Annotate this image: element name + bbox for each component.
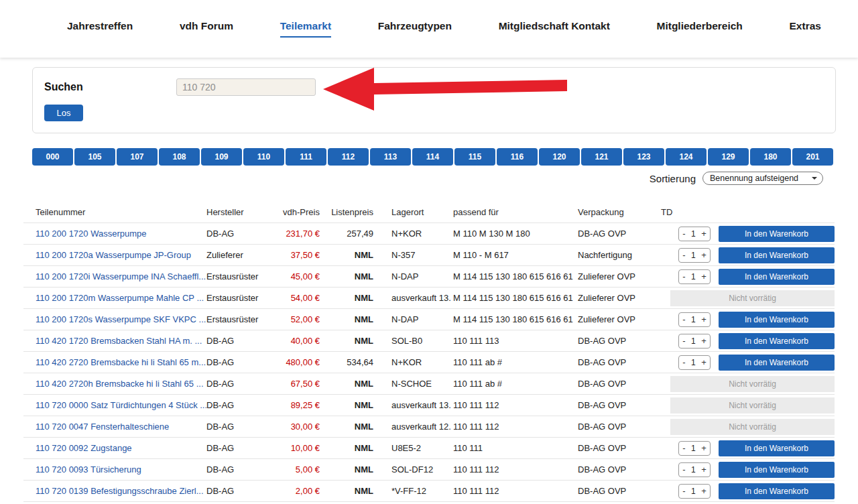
add-to-cart-button[interactable]: In den Warenkorb <box>719 333 835 349</box>
quantity-decrease-button[interactable]: - <box>681 357 686 367</box>
add-to-cart-button[interactable]: In den Warenkorb <box>719 226 835 242</box>
location-cell: ausverkauft 13. <box>373 293 453 303</box>
quantity-decrease-button[interactable]: - <box>681 464 686 475</box>
column-header-listenpreis: Listenpreis <box>320 207 373 217</box>
quantity-decrease-button[interactable]: - <box>681 250 686 260</box>
quantity-increase-button[interactable]: + <box>700 464 708 475</box>
part-number-link[interactable]: 110 200 1720 Wasserpumpe <box>23 229 206 239</box>
quantity-decrease-button[interactable]: - <box>681 229 686 239</box>
quantity-increase-button[interactable]: + <box>700 314 708 324</box>
part-number-link[interactable]: 110 200 1720m Wasserpumpe Mahle CP ... <box>23 293 206 303</box>
category-button-123[interactable]: 123 <box>623 148 664 166</box>
category-button-180[interactable]: 180 <box>750 148 791 166</box>
quantity-stepper[interactable]: - 1 + <box>678 312 711 327</box>
part-number-link[interactable]: 110 720 0047 Fensterhalteschiene <box>23 422 206 432</box>
search-input[interactable] <box>176 78 316 96</box>
quantity-stepper[interactable]: - 1 + <box>678 269 711 284</box>
sort-select[interactable]: Benennung aufsteigend <box>702 172 823 185</box>
add-to-cart-button[interactable]: In den Warenkorb <box>719 483 835 499</box>
part-number-link[interactable]: 110 420 2720h Bremsbacke hi li Stahl 65 … <box>23 379 206 389</box>
list-price-cell: NML <box>320 271 373 281</box>
nav-item-mitgliedschaft-kontakt[interactable]: Mitgliedschaft Kontakt <box>499 20 610 38</box>
table-row: 110 720 0000 Satz Türdichtungen 4 Stück … <box>23 395 835 416</box>
category-button-129[interactable]: 129 <box>708 148 749 166</box>
part-number-link[interactable]: 110 200 1720a Wasserpumpe JP-Group <box>23 250 206 260</box>
category-button-121[interactable]: 121 <box>581 148 622 166</box>
category-button-108[interactable]: 108 <box>159 148 200 166</box>
quantity-value[interactable]: 1 <box>691 487 696 496</box>
add-to-cart-button[interactable]: In den Warenkorb <box>719 312 835 328</box>
quantity-value[interactable]: 1 <box>691 229 696 239</box>
category-button-115[interactable]: 115 <box>454 148 495 166</box>
search-submit-button[interactable]: Los <box>44 105 83 121</box>
nav-item-teilemarkt[interactable]: Teilemarkt <box>280 20 331 38</box>
category-button-120[interactable]: 120 <box>539 148 580 166</box>
manufacturer-cell: Erstausrüster <box>206 314 275 324</box>
quantity-stepper[interactable]: - 1 + <box>678 227 711 241</box>
quantity-value[interactable]: 1 <box>691 315 696 324</box>
part-number-link[interactable]: 110 720 0093 Türsicherung <box>23 464 206 475</box>
category-button-109[interactable]: 109 <box>201 148 242 166</box>
part-number-link[interactable]: 110 420 1720 Bremsbacken Stahl HA m. ... <box>23 336 206 346</box>
quantity-increase-button[interactable]: + <box>700 229 708 239</box>
part-number-link[interactable]: 110 720 0000 Satz Türdichtungen 4 Stück … <box>23 400 206 410</box>
list-price-cell: NML <box>320 336 373 346</box>
vdh-price-cell: 52,00 € <box>275 314 320 324</box>
part-number-link[interactable]: 110 720 0092 Zugstange <box>23 443 206 453</box>
quantity-decrease-button[interactable]: - <box>681 443 686 453</box>
nav-item-fahrzeugtypen[interactable]: Fahrzeugtypen <box>378 20 452 38</box>
quantity-increase-button[interactable]: + <box>700 250 708 260</box>
quantity-increase-button[interactable]: + <box>700 486 708 496</box>
quantity-stepper[interactable]: - 1 + <box>678 248 711 263</box>
quantity-increase-button[interactable]: + <box>700 336 708 346</box>
category-button-110[interactable]: 110 <box>243 148 284 166</box>
category-button-116[interactable]: 116 <box>497 148 538 166</box>
table-row: 110 200 1720 Wasserpumpe DB-AG 231,70 € … <box>23 223 835 245</box>
part-number-link[interactable]: 110 200 1720s Wasserpumpe SKF VKPC ... <box>23 314 206 324</box>
quantity-increase-button[interactable]: + <box>700 357 708 367</box>
list-price-cell: NML <box>320 443 373 453</box>
part-number-link[interactable]: 110 420 2720 Bremsbacke hi li Stahl 65 m… <box>23 357 206 367</box>
add-to-cart-button[interactable]: In den Warenkorb <box>719 269 835 285</box>
category-button-111[interactable]: 111 <box>286 148 326 166</box>
quantity-stepper[interactable]: - 1 + <box>678 462 711 477</box>
quantity-value[interactable]: 1 <box>691 465 696 475</box>
category-button-000[interactable]: 000 <box>32 148 73 166</box>
quantity-decrease-button[interactable]: - <box>681 486 686 496</box>
quantity-increase-button[interactable]: + <box>700 271 708 281</box>
quantity-value[interactable]: 1 <box>691 358 696 367</box>
quantity-stepper[interactable]: - 1 + <box>678 334 711 349</box>
quantity-decrease-button[interactable]: - <box>681 271 686 281</box>
category-button-114[interactable]: 114 <box>412 148 453 166</box>
packaging-cell: DB-AG OVP <box>578 486 661 496</box>
quantity-value[interactable]: 1 <box>691 336 696 346</box>
category-button-124[interactable]: 124 <box>666 148 707 166</box>
add-to-cart-button[interactable]: In den Warenkorb <box>719 247 835 263</box>
category-button-105[interactable]: 105 <box>74 148 115 166</box>
part-number-link[interactable]: 110 200 1720i Wasserpumpe INA Schaeffl..… <box>23 271 206 281</box>
quantity-stepper[interactable]: - 1 + <box>678 355 711 370</box>
list-price-cell: NML <box>320 314 373 324</box>
add-to-cart-button[interactable]: In den Warenkorb <box>719 462 835 478</box>
nav-item-jahrestreffen[interactable]: Jahrestreffen <box>67 20 133 38</box>
quantity-increase-button[interactable]: + <box>700 443 708 453</box>
quantity-value[interactable]: 1 <box>691 251 696 260</box>
add-to-cart-button[interactable]: In den Warenkorb <box>719 355 835 371</box>
table-row: 110 200 1720s Wasserpumpe SKF VKPC ... E… <box>23 309 835 330</box>
quantity-decrease-button[interactable]: - <box>681 336 686 346</box>
category-button-112[interactable]: 112 <box>328 148 369 166</box>
quantity-stepper[interactable]: - 1 + <box>678 484 711 499</box>
quantity-stepper[interactable]: - 1 + <box>678 441 711 456</box>
category-button-113[interactable]: 113 <box>370 148 411 166</box>
quantity-decrease-button[interactable]: - <box>681 314 686 324</box>
quantity-value[interactable]: 1 <box>691 272 696 281</box>
nav-item-vdh-forum[interactable]: vdh Forum <box>180 20 233 38</box>
quantity-value[interactable]: 1 <box>691 444 696 453</box>
category-button-201[interactable]: 201 <box>792 148 833 166</box>
nav-item-mitgliederbereich[interactable]: Mitgliederbereich <box>657 20 743 38</box>
category-button-107[interactable]: 107 <box>117 148 158 166</box>
nav-item-extras[interactable]: Extras <box>790 20 821 38</box>
part-number-link[interactable]: 110 720 0139 Befestigungsschraube Zierl.… <box>23 486 206 496</box>
location-cell: N+KOR <box>373 357 453 367</box>
add-to-cart-button[interactable]: In den Warenkorb <box>719 440 835 456</box>
